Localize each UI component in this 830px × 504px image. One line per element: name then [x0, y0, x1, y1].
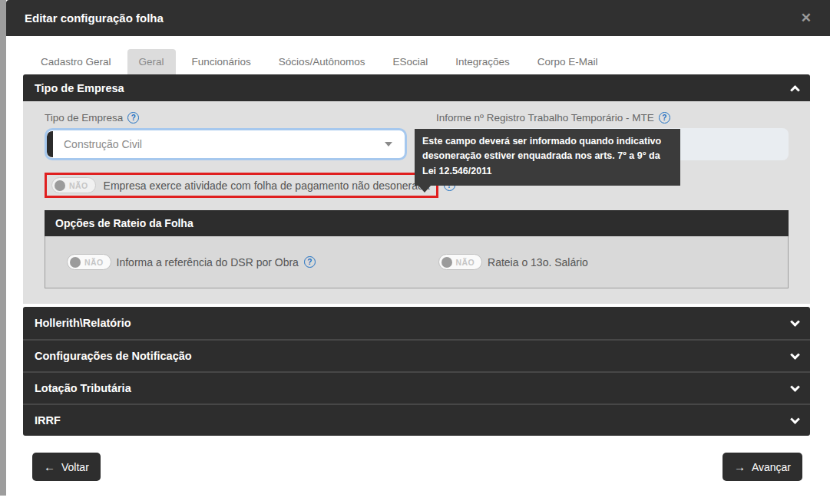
close-icon[interactable]: ✕: [801, 12, 812, 25]
desonerada-toggle-label: Empresa exerce atividade com folha de pa…: [104, 180, 430, 192]
dsr-por-obra-label: Informa a referência do DSR por Obra: [117, 256, 299, 268]
help-icon[interactable]: ?: [659, 112, 670, 124]
chevron-down-icon: [790, 382, 800, 392]
accordion-title: Hollerith\Relatório: [35, 317, 131, 329]
accordion-title: Lotação Tributária: [35, 382, 131, 394]
accordion-header-hollerith-relatorio[interactable]: Hollerith\Relatório: [23, 307, 810, 339]
tipo-de-empresa-select[interactable]: Construção Civil: [45, 128, 407, 160]
highlight-red-box: NÃO Empresa exerce atividade com folha d…: [45, 173, 438, 198]
toggle-knob-icon: [70, 257, 81, 268]
toggle-state: NÃO: [69, 181, 88, 190]
chevron-down-icon: [385, 142, 392, 147]
rateio-panel: NÃO Informa a referência do DSR por Obra…: [45, 236, 789, 288]
toggle-knob-icon: [441, 257, 452, 268]
rateio-title: Opções de Rateio da Folha: [55, 217, 193, 229]
accordion-header-tipo-de-empresa[interactable]: Tipo de Empresa: [23, 74, 810, 101]
accordion-title: Configurações de Notificação: [35, 350, 192, 362]
mte-label: Informe nº Registro Trabalho Temporário …: [436, 112, 654, 124]
tipo-de-empresa-label: Tipo de Empresa: [45, 112, 123, 124]
modal-footer: ← Voltar → Avançar: [6, 436, 830, 481]
page-backdrop-edge: [0, 0, 6, 496]
chevron-down-icon: [790, 317, 800, 327]
tab-corpo-email[interactable]: Corpo E-Mail: [526, 49, 610, 74]
avancar-button[interactable]: → Avançar: [723, 453, 802, 481]
chevron-down-icon: [790, 350, 800, 360]
edit-payroll-config-modal: Editar configuração folha ✕ Cadastro Ger…: [6, 0, 830, 497]
voltar-label: Voltar: [61, 461, 89, 473]
tab-cadastro-geral[interactable]: Cadastro Geral: [29, 49, 123, 74]
accordion-header-lotacao-tributaria[interactable]: Lotação Tributária: [23, 371, 810, 404]
toggle-knob-icon: [55, 180, 65, 191]
chevron-up-icon: [790, 85, 800, 95]
tooltip-arrow: [418, 186, 431, 193]
chevron-down-icon: [790, 414, 800, 424]
accordion-group: Hollerith\Relatório Configurações de Not…: [23, 307, 810, 436]
accordion-header-irrf[interactable]: IRRF: [23, 404, 810, 436]
toggle-state: NÃO: [456, 258, 475, 267]
accordion-header-configuracoes-notificacao[interactable]: Configurações de Notificação: [23, 339, 810, 371]
select-value: Construção Civil: [64, 138, 142, 150]
accordion-title: IRRF: [35, 414, 61, 427]
help-icon[interactable]: ?: [304, 256, 316, 268]
arrow-right-icon: →: [734, 460, 746, 473]
help-icon[interactable]: ?: [127, 112, 139, 124]
tab-integracoes[interactable]: Integrações: [444, 49, 521, 74]
tab-funcionarios[interactable]: Funcionários: [180, 49, 263, 74]
toggle-state: NÃO: [84, 258, 104, 267]
tooltip: Este campo deverá ser informado quando i…: [415, 129, 680, 186]
tab-bar: Cadastro Geral Geral Funcionários Sócios…: [29, 49, 830, 74]
section-title: Tipo de Empresa: [35, 82, 124, 94]
select-native-edge: [47, 131, 53, 157]
modal-title: Editar configuração folha: [25, 12, 164, 25]
modal-header: Editar configuração folha ✕: [6, 0, 830, 36]
tipo-de-empresa-panel: Tipo de Empresa ? Construção Civil Infor…: [23, 101, 810, 304]
voltar-button[interactable]: ← Voltar: [32, 453, 101, 481]
rateia-13-salario-toggle[interactable]: NÃO: [438, 254, 483, 270]
tooltip-text: Este campo deverá ser informado quando i…: [422, 136, 661, 176]
rateio-section-header: Opções de Rateio da Folha: [45, 210, 789, 236]
tab-geral[interactable]: Geral: [127, 49, 176, 74]
tab-socios-autonomos[interactable]: Sócios/Autônomos: [267, 49, 377, 74]
desonerada-toggle[interactable]: NÃO: [51, 177, 96, 193]
arrow-left-icon: ←: [44, 460, 55, 473]
rateia-13-salario-label: Rateia o 13o. Salário: [488, 256, 588, 268]
dsr-por-obra-toggle[interactable]: NÃO: [67, 254, 111, 270]
avancar-label: Avançar: [752, 461, 791, 473]
tab-esocial[interactable]: ESocial: [381, 49, 439, 74]
